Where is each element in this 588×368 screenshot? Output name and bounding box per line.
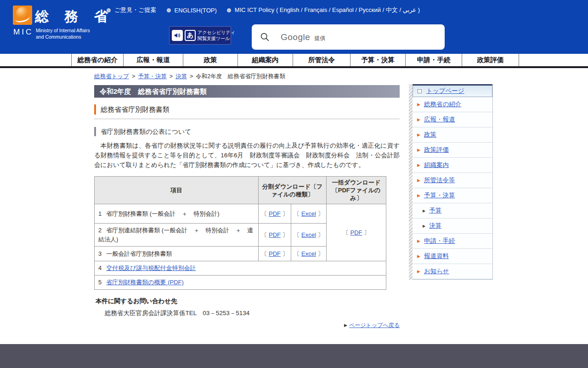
- section-heading: 総務省省庁別財務書類: [94, 104, 400, 119]
- arrow-right-icon: ▶: [417, 102, 420, 107]
- speaker-icon: [172, 30, 183, 41]
- table-header-item: 項目: [95, 177, 259, 204]
- sidebar-item-laws[interactable]: ▶所管法令等: [413, 173, 492, 188]
- site-title-en: Ministry of Internal Affairs and Communi…: [36, 28, 90, 40]
- contact-heading: 本件に関するお問い合わせ先: [96, 297, 177, 305]
- arrow-right-icon: ▶: [417, 117, 420, 122]
- logo-mic-text: MIC: [13, 28, 33, 37]
- arrow-right-icon: ▶: [423, 224, 425, 228]
- sidebar-subitem-budget[interactable]: ▶予算: [413, 203, 492, 218]
- nav-item-evaluation[interactable]: 政策評価: [462, 54, 519, 66]
- site-header: MIC 総 務 省 Ministry of Internal Affairs a…: [0, 0, 588, 54]
- ring-bullet-icon: [167, 8, 171, 12]
- table-header-split-download: 分割ダウンロード〔ファイルの種類〕: [259, 177, 327, 204]
- sidebar-item-press[interactable]: ▶報道資料: [413, 249, 492, 264]
- contact-detail: 総務省大臣官房会計課決算係TEL 03－5253－5134: [105, 309, 249, 317]
- nav-item-pr[interactable]: 広報・報道: [123, 54, 183, 66]
- kana-a-icon: あ: [185, 30, 196, 41]
- breadcrumb-link-home[interactable]: 総務省トップ: [94, 73, 129, 80]
- sidebar-item-about[interactable]: ▶総務省の紹介: [413, 97, 492, 112]
- ict-policy-link[interactable]: MIC ICT Policy ( English / Français / Es…: [227, 6, 420, 14]
- sidebar-item-budget[interactable]: ▶予算・決算: [413, 188, 492, 203]
- table-header-bulk-download: 一括ダウンロード〔PDFファイルのみ〕: [327, 177, 386, 204]
- excel-link[interactable]: Excel: [301, 231, 316, 238]
- nav-item-applications[interactable]: 申請・手続: [405, 54, 462, 66]
- sidebar-item-policy[interactable]: ▶政策: [413, 127, 492, 143]
- arrow-right-icon: ▶: [417, 148, 420, 152]
- excel-link[interactable]: Excel: [301, 210, 316, 217]
- ring-bullet-icon: [227, 8, 231, 12]
- breadcrumb-link-settlement[interactable]: 決算: [175, 73, 187, 80]
- page-top-link[interactable]: ページトップへ戻る: [349, 322, 400, 328]
- special-account-link[interactable]: 交付税及び譲与税配付金特別会計: [106, 264, 196, 271]
- pdf-link[interactable]: PDF: [269, 250, 281, 257]
- search-provider-label: Google: [281, 32, 310, 42]
- sidebar-hatch-border: [409, 84, 413, 280]
- mic-logo[interactable]: MIC 総 務 省 Ministry of Internal Affairs a…: [13, 4, 105, 50]
- page-top: ▶ページトップへ戻る: [94, 322, 400, 329]
- sidebar: トップページ ▶総務省の紹介 ▶広報・報道 ▶政策 ▶政策評価 ▶組織案内 ▶所…: [409, 84, 493, 280]
- search-provider-suffix: 提供: [314, 34, 325, 42]
- breadcrumb-link-budget[interactable]: 予算・決算: [138, 73, 167, 80]
- breadcrumb: 総務省トップ>予算・決算>決算>令和2年度 総務省省庁別財務書類: [94, 73, 285, 80]
- arrow-right-icon: ▶: [417, 239, 420, 243]
- arrow-right-icon: ▶: [423, 209, 425, 213]
- excel-link[interactable]: Excel: [301, 250, 316, 257]
- footer: [0, 344, 588, 368]
- sidebar-item-news[interactable]: ▶お知らせ: [413, 264, 492, 279]
- sidebar-item-pr[interactable]: ▶広報・報道: [413, 112, 492, 127]
- page-title-bar: 令和2年度 総務省省庁別財務書類: [94, 85, 400, 98]
- feedback-link[interactable]: ご意見・ご提案: [107, 6, 157, 14]
- nav-item-budget[interactable]: 予算・決算: [350, 54, 405, 66]
- search-icon: [260, 32, 270, 42]
- english-link[interactable]: ENGLISH(TOP): [167, 7, 217, 14]
- site-search-input[interactable]: Google 提供: [252, 24, 445, 50]
- pdf-link[interactable]: PDF: [269, 231, 281, 238]
- nav-item-policy[interactable]: 政策: [183, 54, 237, 66]
- sidebar-item-evaluation[interactable]: ▶政策評価: [413, 143, 492, 158]
- arrow-right-icon: ▶: [417, 163, 420, 167]
- site-title-jp: 総 務 省: [35, 7, 114, 26]
- header-utility-links: ご意見・ご提案 ENGLISH(TOP) MIC ICT Policy ( En…: [107, 6, 420, 14]
- arrow-right-icon: ▶: [344, 323, 347, 328]
- breadcrumb-current: 令和2年度 総務省省庁別財務書類: [196, 73, 285, 80]
- mic-logo-mark-icon: [13, 6, 32, 25]
- nav-item-laws[interactable]: 所管法令: [293, 54, 350, 66]
- pdf-link[interactable]: PDF: [269, 210, 281, 217]
- sub-heading: 省庁別財務書類の公表について: [94, 127, 192, 136]
- table-row: 4交付税及び譲与税配付金特別会計: [95, 261, 386, 276]
- nav-item-about[interactable]: 総務省の紹介: [71, 54, 123, 66]
- table-row: 5省庁別財務書類の概要 (PDF): [95, 276, 386, 290]
- ring-bullet-icon: [107, 8, 111, 12]
- global-nav: 総務省の紹介 広報・報道 政策 組織案内 所管法令 予算・決算 申請・手続 政策…: [0, 54, 588, 68]
- overview-pdf-link[interactable]: 省庁別財務書類の概要 (PDF): [106, 279, 184, 286]
- arrow-right-icon: ▶: [417, 178, 420, 183]
- sidebar-item-organization[interactable]: ▶組織案内: [413, 158, 492, 173]
- square-bullet-icon: [418, 89, 422, 93]
- accessibility-tool-button[interactable]: あ アクセシビリティ 閲覧支援ツール: [169, 26, 231, 45]
- table-row: 1省庁別財務書類 (一般会計 ＋ 特別会計) 〔 PDF 〕 〔 Excel 〕…: [95, 204, 386, 224]
- intro-paragraph: 本財務書類は、各省庁の財務状況等に関する説明責任の履行の向上及び予算執行の効率化…: [94, 141, 400, 170]
- arrow-right-icon: ▶: [417, 132, 420, 137]
- sidebar-subitem-settlement[interactable]: ▶決算: [413, 218, 492, 234]
- accessibility-tool-label: アクセシビリティ 閲覧支援ツール: [198, 29, 235, 41]
- nav-item-organization[interactable]: 組織案内: [237, 54, 293, 66]
- bulk-pdf-link[interactable]: PDF: [351, 229, 362, 236]
- arrow-right-icon: ▶: [417, 254, 420, 259]
- sidebar-item-top-page[interactable]: トップページ: [413, 84, 492, 97]
- arrow-right-icon: ▶: [417, 269, 420, 274]
- page-body: 総務省トップ>予算・決算>決算>令和2年度 総務省省庁別財務書類 令和2年度 総…: [0, 68, 588, 344]
- download-table: 項目 分割ダウンロード〔ファイルの種類〕 一括ダウンロード〔PDFファイルのみ〕…: [94, 176, 386, 290]
- sidebar-item-applications[interactable]: ▶申請・手続: [413, 234, 492, 249]
- arrow-right-icon: ▶: [417, 193, 420, 198]
